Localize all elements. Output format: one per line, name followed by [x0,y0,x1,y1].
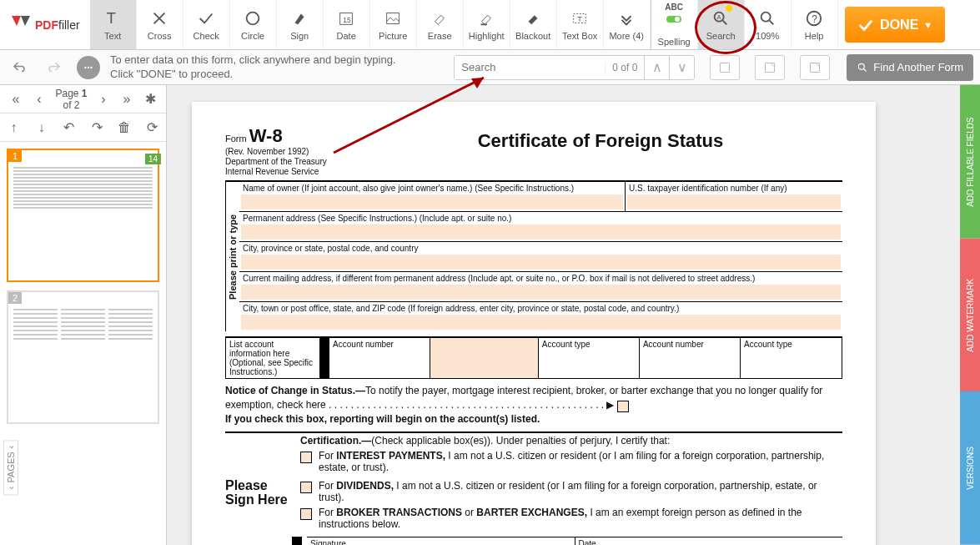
acct-type-label-2: Account type [741,338,842,378]
page-indicator: Page 1 of 2 [52,88,91,111]
dividends-checkbox[interactable] [300,482,312,493]
text-tool[interactable]: TText [90,0,137,49]
main-toolbar: PDFfiller TText Cross Check Circle Sign … [0,0,980,50]
city2-field[interactable] [241,315,841,330]
help-tool[interactable]: ?Help [792,0,838,49]
search-prev-button[interactable]: ∧ [644,56,669,79]
versions-button[interactable]: VERSIONS [960,391,980,545]
search-input[interactable] [455,56,605,79]
city1-label: City, province or state, postal code, an… [239,242,842,255]
interest-text: For INTEREST PAYMENTS, I am not a U.S. c… [319,450,842,473]
perm-addr-label: Permanent address (See Specific Instruct… [239,212,842,225]
date-field[interactable]: Date [575,537,843,545]
cross-tool[interactable]: Cross [137,0,183,49]
last-page-button[interactable]: » [116,88,138,110]
mail-addr-label: Current mailing address, if different fr… [239,272,842,285]
circle-tool[interactable]: Circle [230,0,277,49]
acct-type-label-1: Account type [539,338,640,378]
pages-tab[interactable]: ‹PAGES‹ [3,440,18,495]
name-field[interactable] [241,194,623,209]
date-tool[interactable]: 15Date [324,0,370,49]
page-controls: « ‹ Page 1 of 2 › » ✱ [0,85,166,114]
svg-point-1 [247,12,259,24]
svg-text:?: ? [812,13,817,24]
interest-checkbox[interactable] [300,452,312,463]
thumb-number: 2 [8,292,22,304]
main-area: « ‹ Page 1 of 2 › » ✱ ↑ ↓ ↶ ↷ 🗑 ⟳ 1 14 2 [0,85,980,545]
undo-button[interactable] [7,55,32,80]
thumbnail-2[interactable]: 2 [7,290,159,424]
document-viewport[interactable]: Form W-8 (Rev. November 1992) Department… [167,85,960,545]
acct-num-label-1: Account number [329,338,430,378]
check-tool[interactable]: Check [183,0,230,49]
city1-field[interactable] [241,255,841,270]
search-next-button[interactable]: ∨ [669,56,694,79]
svg-rect-4 [387,13,400,23]
print-type-label: Please print or type [225,182,239,331]
svg-rect-5 [481,23,487,25]
tool-icon-1[interactable] [710,55,740,80]
notice-checkbox[interactable] [617,401,629,412]
refresh-button[interactable]: ⟳ [141,117,163,139]
form-header-left: Form W-8 (Rev. November 1992) Department… [225,125,359,177]
sidebar: « ‹ Page 1 of 2 › » ✱ ↑ ↓ ↶ ↷ 🗑 ⟳ 1 14 2 [0,85,167,545]
svg-rect-19 [766,63,775,72]
zoom-tool[interactable]: 109% [745,0,792,49]
more-tools[interactable]: More (4) [604,0,651,49]
svg-text:15: 15 [344,16,352,23]
sign-tool[interactable]: Sign [277,0,324,49]
search-tool[interactable]: ASearch [698,0,745,49]
tool-icon-2[interactable] [755,55,785,80]
hint-text: To enter data on this form, click anywhe… [110,53,396,82]
blackout-tool[interactable]: Blackout [510,0,557,49]
add-watermark-button[interactable]: ADD WATERMARK [960,239,980,392]
name-label: Name of owner (If joint account, also gi… [239,182,625,194]
move-up-button[interactable]: ↑ [3,117,25,139]
sign-here-label: Please Sign Here [225,478,292,545]
done-button[interactable]: DONE▼ [845,7,945,43]
dividends-text: For DIVIDENDS, I am not a U.S. citizen o… [319,480,842,503]
acct-info-label: List account information here (Optional,… [226,338,320,378]
rotate-cw-button[interactable]: ↷ [86,117,108,139]
signature-field[interactable]: Signature [307,537,575,545]
broker-checkbox[interactable] [300,508,312,520]
svg-point-21 [859,63,865,69]
broker-text: For BROKER TRANSACTIONS or BARTER EXCHAN… [319,507,842,530]
city2-label: City, town or post office, state, and ZI… [239,302,842,315]
tools-right: ABCSpelling ASearch 109% ?Help [651,0,838,49]
fields-badge: 14 [145,154,161,164]
svg-text:T: T [577,14,582,23]
mail-addr-field[interactable] [241,285,841,300]
textbox-tool[interactable]: TText Box [557,0,604,49]
tool-icon-3[interactable] [800,55,830,80]
picture-tool[interactable]: Picture [370,0,417,49]
highlight-tool[interactable]: Highlight [464,0,510,49]
move-down-button[interactable]: ↓ [31,117,53,139]
acct-num-field-1[interactable] [430,338,539,378]
add-fillable-fields-button[interactable]: ADD FILLABLE FIELDS [960,85,980,239]
thumbnails: 1 14 2 [0,142,166,545]
find-another-form-button[interactable]: Find Another Form [847,54,973,81]
delete-page-button[interactable]: 🗑 [113,117,135,139]
spelling-tool[interactable]: ABCSpelling [651,0,698,49]
svg-text:T: T [107,9,116,27]
page-settings-button[interactable]: ✱ [139,88,161,110]
acct-num-label-2: Account number [640,338,741,378]
erase-tool[interactable]: Erase [417,0,464,49]
cert-label: Certification.—(Check applicable box(es)… [300,435,670,447]
prev-page-button[interactable]: ‹ [28,88,50,110]
svg-rect-18 [721,63,730,72]
redo-button[interactable] [42,55,67,80]
perm-addr-field[interactable] [241,225,841,240]
next-page-button[interactable]: › [93,88,114,110]
secondary-toolbar: To enter data on this form, click anywhe… [0,50,980,85]
rotate-ccw-button[interactable]: ↶ [58,117,80,139]
tin-field[interactable] [627,194,841,209]
first-page-button[interactable]: « [5,88,27,110]
logo-text: PDFfiller [35,18,80,32]
svg-point-12 [761,12,771,21]
svg-point-16 [88,66,89,68]
comment-icon[interactable] [77,56,100,79]
pdffiller-logo-icon [10,14,32,36]
thumbnail-1[interactable]: 1 14 [7,149,159,282]
